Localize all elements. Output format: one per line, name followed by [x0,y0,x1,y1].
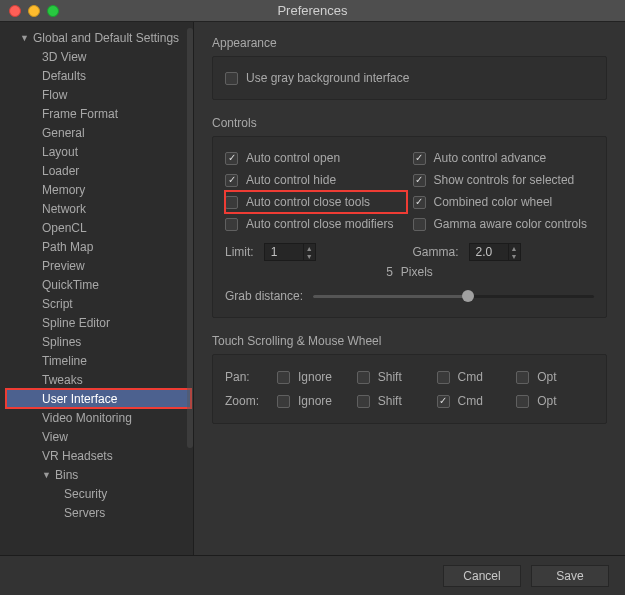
save-button[interactable]: Save [531,565,609,587]
tree-item-vr-headsets[interactable]: VR Headsets [6,446,191,465]
tree-item-opencl[interactable]: OpenCL [6,218,191,237]
label-mod: Opt [537,394,556,408]
row-gray-bg[interactable]: Use gray background interface [225,67,594,89]
tree-item-loader[interactable]: Loader [6,161,191,180]
row-gamma-aware[interactable]: Gamma aware color controls [413,213,595,235]
label-mod: Opt [537,370,556,384]
label-mod: Ignore [298,370,332,384]
row-auto-hide[interactable]: Auto control hide [225,169,407,191]
checkbox-combined-wheel[interactable] [413,196,426,209]
tree-item-general[interactable]: General [6,123,191,142]
chevron-up-icon[interactable]: ▲ [508,244,520,252]
pan-cmd[interactable]: Cmd [437,370,515,384]
footer: Cancel Save [0,555,625,595]
label-combined-wheel: Combined color wheel [434,195,553,209]
checkbox-close-tools[interactable] [225,196,238,209]
tree-item-frame-format[interactable]: Frame Format [6,104,191,123]
zoom-cmd[interactable]: Cmd [437,394,515,408]
tree-item-splines[interactable]: Splines [6,332,191,351]
pan-shift[interactable]: Shift [357,370,435,384]
chevron-up-icon[interactable]: ▲ [303,244,315,252]
label-auto-hide: Auto control hide [246,173,336,187]
tree-item-label: Timeline [42,354,87,368]
zoom-ignore[interactable]: Ignore [277,394,355,408]
checkbox-zoom-opt[interactable] [516,395,529,408]
row-close-tools[interactable]: Auto control close tools [225,191,407,213]
chevron-down-icon[interactable]: ▼ [508,252,520,260]
pan-ignore[interactable]: Ignore [277,370,355,384]
tree-item-label: QuickTime [42,278,99,292]
checkbox-pan-cmd[interactable] [437,371,450,384]
label-pan: Pan: [225,370,275,384]
tree-item-3d-view[interactable]: 3D View [6,47,191,66]
row-close-mods[interactable]: Auto control close modifiers [225,213,407,235]
pan-opt[interactable]: Opt [516,370,594,384]
sidebar: ▼ Global and Default Settings 3D ViewDef… [0,22,194,555]
tree-item-servers[interactable]: Servers [6,503,191,522]
row-show-selected[interactable]: Show controls for selected [413,169,595,191]
tree-item-network[interactable]: Network [6,199,191,218]
checkbox-pan-ignore[interactable] [277,371,290,384]
main-panel: Appearance Use gray background interface… [194,22,625,555]
checkbox-pan-shift[interactable] [357,371,370,384]
tree-item-script[interactable]: Script [6,294,191,313]
tree-item-layout[interactable]: Layout [6,142,191,161]
checkbox-auto-hide[interactable] [225,174,238,187]
tree-item-view[interactable]: View [6,427,191,446]
label-limit: Limit: [225,245,254,259]
titlebar: Preferences [0,0,625,22]
tree-item-timeline[interactable]: Timeline [6,351,191,370]
sidebar-scrollbar[interactable] [187,28,193,448]
tree-item-defaults[interactable]: Defaults [6,66,191,85]
row-combined-wheel[interactable]: Combined color wheel [413,191,595,213]
value-gamma: 2.0 [476,245,493,259]
section-title-touch: Touch Scrolling & Mouse Wheel [212,334,607,348]
tree-root-label: Global and Default Settings [33,31,179,45]
spinner-limit[interactable]: ▲▼ [303,244,315,260]
tree-item-spline-editor[interactable]: Spline Editor [6,313,191,332]
tree-item-quicktime[interactable]: QuickTime [6,275,191,294]
tree-item-memory[interactable]: Memory [6,180,191,199]
row-limit: Limit: 1 ▲▼ [225,241,407,263]
checkbox-gray-bg[interactable] [225,72,238,85]
slider-grab-distance[interactable] [313,295,594,298]
tree-item-label: Loader [42,164,79,178]
tree-item-path-map[interactable]: Path Map [6,237,191,256]
tree-item-flow[interactable]: Flow [6,85,191,104]
spinner-gamma[interactable]: ▲▼ [508,244,520,260]
checkbox-zoom-ignore[interactable] [277,395,290,408]
row-pixels: 5 Pixels [225,263,594,281]
chevron-down-icon: ▼ [20,33,30,43]
zoom-opt[interactable]: Opt [516,394,594,408]
tree-branch-bins[interactable]: ▼ Bins [6,465,191,484]
checkbox-zoom-shift[interactable] [357,395,370,408]
tree-item-user-interface[interactable]: User Interface [6,389,191,408]
checkbox-gamma-aware[interactable] [413,218,426,231]
checkbox-show-selected[interactable] [413,174,426,187]
section-title-controls: Controls [212,116,607,130]
checkbox-zoom-cmd[interactable] [437,395,450,408]
checkbox-auto-open[interactable] [225,152,238,165]
row-auto-open[interactable]: Auto control open [225,147,407,169]
input-gamma[interactable]: 2.0 ▲▼ [469,243,521,261]
zoom-shift[interactable]: Shift [357,394,435,408]
checkbox-close-mods[interactable] [225,218,238,231]
value-limit: 1 [271,245,278,259]
tree-root-global-settings[interactable]: ▼ Global and Default Settings [6,28,191,47]
tree-item-label: 3D View [42,50,86,64]
row-auto-advance[interactable]: Auto control advance [413,147,595,169]
window-body: ▼ Global and Default Settings 3D ViewDef… [0,22,625,555]
tree-item-preview[interactable]: Preview [6,256,191,275]
tree-item-security[interactable]: Security [6,484,191,503]
appearance-group: Use gray background interface [212,56,607,100]
label-mod: Cmd [458,370,483,384]
input-limit[interactable]: 1 ▲▼ [264,243,316,261]
checkbox-auto-advance[interactable] [413,152,426,165]
tree-item-tweaks[interactable]: Tweaks [6,370,191,389]
chevron-down-icon[interactable]: ▼ [303,252,315,260]
cancel-button[interactable]: Cancel [443,565,521,587]
label-mod: Shift [378,370,402,384]
slider-knob[interactable] [462,290,474,302]
checkbox-pan-opt[interactable] [516,371,529,384]
tree-item-video-monitoring[interactable]: Video Monitoring [6,408,191,427]
